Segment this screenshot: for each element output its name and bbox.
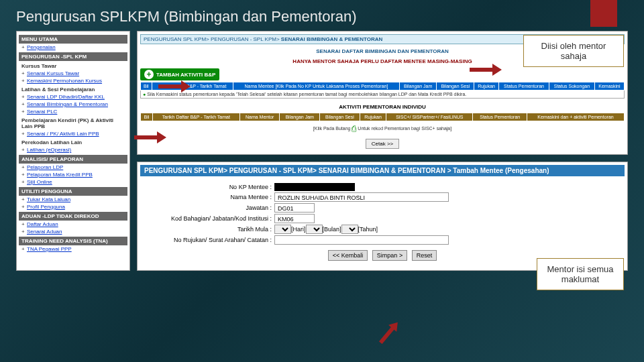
menu-link[interactable]: Pengenalan: [19, 44, 127, 51]
menu-link[interactable]: TNA Pegawai PPP: [19, 245, 127, 253]
col-header: Nama Mentee [Klik Pada No KP Untuk Laksa…: [233, 82, 399, 90]
sidebar: MENU UTAMAPengenalanPENGURUSAN -SPL KPMK…: [16, 31, 130, 271]
klik-note: [Klik Pada Butang ⎙ Untuk rekod Pementor…: [140, 121, 625, 136]
col-header: Bilangan Jam: [280, 113, 319, 121]
hari-select[interactable]: [274, 225, 291, 234]
menu-link[interactable]: Senarai Aduan: [19, 228, 127, 235]
bulan-select[interactable]: [306, 225, 323, 234]
col-header: Nama Mentor: [239, 113, 279, 121]
col-header: Kemaskini dan + aktiviti Pementoran: [527, 113, 625, 121]
col-header: SISC+/ SISPartner+/ FasiLINUS: [386, 113, 473, 121]
col-header: Bil: [141, 113, 153, 121]
menu-link[interactable]: Senarai PLC: [19, 108, 127, 115]
breadcrumb2-current: Tambah Mentee (Pengesahan): [453, 167, 549, 174]
menu-header: ADUAN -LDP TIDAK DIREKOD: [19, 212, 127, 221]
menu-link[interactable]: Kemaskini Permohonan Kursus: [19, 77, 127, 84]
menu-header: UTILITI PENGGUNA: [19, 187, 127, 196]
menu-sub: Latihan & Sesi Pembelajaran: [19, 84, 127, 93]
col-header: Kemaskini: [594, 82, 624, 90]
col-header: Rujukan: [474, 82, 499, 90]
arrow-icon-1: [134, 131, 166, 143]
panel-tambah-mentee: PENGURUSAN SPL KPM> PENGURUSAN - SPL KPM…: [137, 162, 628, 271]
menu-link[interactable]: Daftar Aduan: [19, 221, 127, 228]
lbl-kod: Kod Bahagian/ Jabatan/Kod Institusi :: [154, 215, 274, 222]
form-mentee: No KP Mentee : Nama Mentee :ROZLIN SUHAI…: [140, 176, 625, 267]
col-header: Bil: [141, 82, 152, 90]
menu-link[interactable]: Pelaporan LDP: [19, 164, 127, 171]
accent-bar: [590, 0, 617, 27]
lbl-nama: Nama Mentee :: [154, 194, 274, 200]
menu-header: TRAINING NEED ANALYSIS (TNA): [19, 237, 127, 245]
menu-sub: Pembelajaran Kendiri (PK) & Aktiviti Lai…: [19, 115, 127, 130]
arrow-icon-4: [376, 319, 402, 347]
col-header: Tarikh Daftar B&P - Tarikh Tamat: [152, 113, 239, 121]
tahun-select[interactable]: [341, 225, 358, 234]
add-btn-label: TAMBAH AKTIVITI B&P: [156, 72, 215, 78]
col-header: Status Sokongan: [549, 82, 595, 90]
menu-link[interactable]: Sijil Online: [19, 178, 127, 186]
col-header: Bilangan Sesi: [319, 113, 360, 121]
arrow-icon-2: [158, 80, 191, 93]
breadcrumb-2: PENGURUSAN SPL KPM> PENGURUSAN - SPL KPM…: [140, 165, 625, 176]
col-header: Status Pementoran: [498, 82, 549, 90]
menu-link[interactable]: Senarai Kursus Tawar: [19, 70, 127, 77]
page-title: Pengurusan SPLKPM (Bimbingan dan Pemento…: [0, 0, 644, 31]
col-header: Bilangan Jam: [399, 82, 436, 90]
menu-link[interactable]: Senarai LDP Dihadiri/Daftar KKL: [19, 93, 127, 101]
col-header: Status Pementoran: [473, 113, 527, 121]
menu-link[interactable]: Pelaporan Mata Kredit PPB: [19, 171, 127, 178]
table-note: ● Sila Kemaskini status pementoran kepad…: [141, 90, 625, 99]
menu-header: PENGURUSAN -SPL KPM: [19, 52, 127, 61]
menu-link[interactable]: Latihan (eOperasi): [19, 146, 127, 154]
simpan-button[interactable]: Simpan >: [372, 250, 407, 261]
col-header: Bilangan Sesi: [437, 82, 474, 90]
plus-icon: +: [144, 70, 154, 79]
menu-header: MENU UTAMA: [19, 35, 127, 44]
nama-input[interactable]: ROZLIN SUHAIDA BINTI ROSLI: [274, 192, 449, 202]
lbl-tarikh: Tarikh Mula :: [154, 226, 274, 233]
tambah-aktiviti-button[interactable]: + TAMBAH AKTIVITI B&P: [140, 68, 219, 80]
menu-link[interactable]: Profil Pengguna: [19, 203, 127, 210]
nokp-value-redacted: [274, 183, 355, 191]
menu-link[interactable]: Senarai Bimbingan & Pementoran: [19, 101, 127, 108]
table-mentee: BilTarikh Daftar B&P - Tarikh TamatNama …: [140, 82, 625, 99]
section2-title: AKTIVITI PEMENTORAN INDIVIDU: [140, 99, 625, 113]
menu-sub: Perekodan Latihan Lain: [19, 137, 127, 146]
table-mentor: BilTarikh Daftar B&P - Tarikh TamatNama …: [140, 113, 625, 121]
lbl-jawatan: Jawatan :: [154, 204, 274, 211]
menu-link[interactable]: Senarai / PK/ Aktiviti Lain PPB: [19, 130, 127, 137]
breadcrumb2-path: PENGURUSAN SPL KPM> PENGURUSAN - SPL KPM…: [144, 167, 453, 174]
arrow-icon-3: [470, 64, 502, 76]
menu-sub: Kursus Tawar: [19, 61, 127, 70]
callout-2: Mentor isi semua maklumat: [537, 258, 624, 290]
col-header: Rujukan: [360, 113, 386, 121]
kod-input[interactable]: KM06: [274, 214, 315, 223]
jawatan-input[interactable]: DG01: [274, 203, 315, 213]
callout-1: Diisi oleh mentor sahaja: [523, 35, 624, 67]
menu-header: ANALISIS/ PELAPORAN: [19, 155, 127, 164]
menu-link[interactable]: Tukar Kata Laluan: [19, 196, 127, 203]
reset-button[interactable]: Reset: [412, 250, 437, 261]
lbl-nokp: No KP Mentee :: [154, 184, 274, 190]
kembali-button[interactable]: << Kembali: [328, 250, 368, 261]
cetak-button[interactable]: Cetak >>: [366, 139, 399, 149]
breadcrumb-current: SENARAI BIMBINGAN & PEMENTORAN: [281, 36, 382, 42]
lbl-rujukan: No Rujukan/ Surat Arahan/ Catatan :: [154, 237, 274, 243]
breadcrumb-path: PENGURUSAN SPL KPM> PENGURUSAN - SPL KPM…: [144, 36, 281, 42]
rujukan-input[interactable]: [274, 235, 449, 245]
